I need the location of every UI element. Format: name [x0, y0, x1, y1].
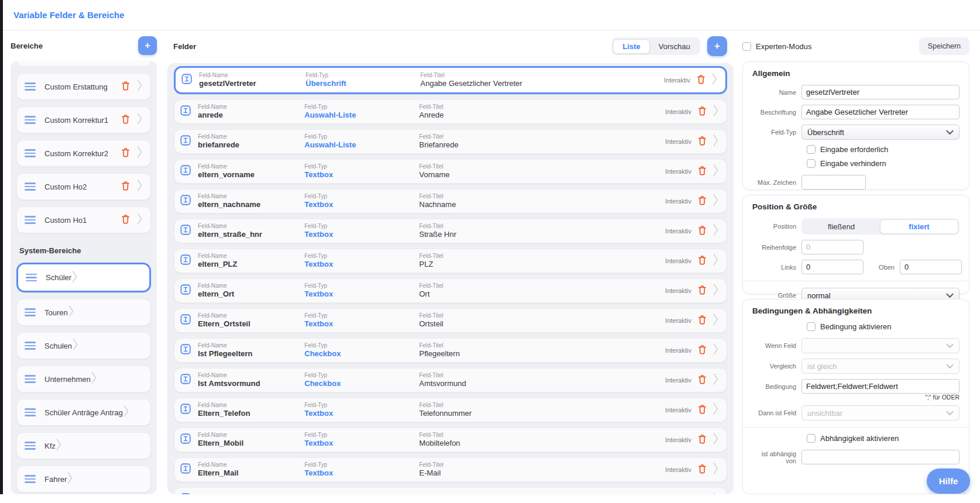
wenn-feld-select[interactable]	[801, 338, 960, 353]
oben-input[interactable]	[900, 260, 962, 274]
drag-handle-icon[interactable]	[25, 408, 36, 416]
max-zeichen-input[interactable]	[801, 175, 866, 190]
bereiche-system-items: Schüler Touren Schulen Unternehmen Schül…	[16, 263, 151, 492]
feld-titel-value: Amtsvormund	[419, 379, 649, 388]
delete-bereich-button[interactable]	[121, 114, 130, 126]
feld-row[interactable]: Feld-Name briefanrede Feld-Typ Auswahl-L…	[174, 129, 727, 154]
bereich-item[interactable]: Custom Korrektur1	[16, 106, 151, 133]
bereich-item[interactable]: Unternehmen	[16, 366, 151, 392]
bereich-item[interactable]: Custom Ho2	[16, 173, 151, 200]
bereich-label: Kfz	[44, 442, 56, 450]
delete-bereich-button[interactable]	[121, 147, 130, 160]
drag-handle-icon[interactable]	[26, 274, 37, 282]
add-bereich-button[interactable]: +	[138, 36, 157, 55]
drag-handle-icon[interactable]	[25, 216, 36, 224]
feld-row[interactable]: Feld-Name Eltern_Ortsteil Feld-Typ Textb…	[174, 308, 727, 333]
feld-titel-value: Straße Hnr	[419, 230, 649, 239]
delete-feld-button[interactable]	[698, 315, 707, 327]
drag-handle-icon[interactable]	[25, 375, 36, 383]
delete-feld-button[interactable]	[697, 74, 705, 87]
help-button[interactable]: Hilfe	[927, 468, 970, 494]
bereich-item[interactable]: Custom Korrektur2	[16, 140, 151, 167]
drag-handle-icon[interactable]	[25, 475, 36, 483]
vergleich-select[interactable]: ist gleich	[801, 359, 960, 374]
bereich-item[interactable]: Kfz	[16, 432, 151, 459]
feld-row[interactable]: Feld-Name eltern_straße_hnr Feld-Typ Tex…	[174, 219, 727, 243]
oben-label: Oben	[864, 264, 900, 271]
delete-feld-button[interactable]	[698, 285, 707, 297]
name-input[interactable]	[801, 85, 960, 99]
feld-row[interactable]: Feld-Name eltern_Ort Feld-Typ Textbox Fe…	[174, 278, 727, 303]
ist-abhaengig-von-input[interactable]	[801, 450, 960, 464]
experten-modus-checkbox[interactable]	[742, 42, 751, 51]
save-button[interactable]: Speichern	[919, 37, 969, 55]
delete-feld-button[interactable]	[698, 464, 707, 476]
beschriftung-input[interactable]	[801, 105, 960, 119]
bereich-item[interactable]: Custom Erstattung	[16, 73, 151, 100]
delete-bereich-button[interactable]	[121, 81, 130, 93]
bereiche-panel-header: Bereiche +	[11, 36, 157, 55]
feld-row[interactable]: Feld-Name Eltern_Telefon Feld-Typ Textbo…	[174, 398, 727, 422]
delete-feld-button[interactable]	[698, 136, 707, 148]
dann-ist-feld-select[interactable]: unsichtbar	[801, 405, 960, 421]
feld-row[interactable]: Feld-Name Eltern_Mobil Feld-Typ Textbox …	[174, 428, 727, 452]
interaktiv-badge: Interaktiv	[665, 287, 691, 294]
bereich-item[interactable]: Custom Ho1	[16, 206, 151, 233]
feld-typ-column-label: Feld-Typ	[304, 461, 419, 469]
position-fliessend[interactable]: fließend	[803, 220, 880, 233]
feld-row[interactable]: Feld-Name eltern_vorname Feld-Typ Textbo…	[174, 159, 727, 184]
feld-row[interactable]: Feld-Name Ist Amtsvormund Feld-Typ Check…	[174, 368, 727, 392]
bereich-item[interactable]: Schüler Anträge Antrag	[16, 399, 151, 426]
delete-feld-button[interactable]	[698, 255, 707, 267]
eingabe-erforderlich-checkbox[interactable]	[807, 145, 815, 154]
feld-row[interactable]: Feld-Name eltern_nachname Feld-Typ Textb…	[174, 189, 727, 213]
bedingung-aktivieren-checkbox[interactable]	[807, 322, 815, 331]
feld-row[interactable]: Feld-Name anrede Feld-Typ Auswahl-Liste …	[174, 99, 727, 124]
drag-handle-icon[interactable]	[25, 182, 36, 191]
system-bereiche-header: System-Bereiche	[19, 246, 148, 255]
drag-handle-icon[interactable]	[25, 82, 36, 91]
bereich-item[interactable]: Touren	[16, 299, 151, 326]
delete-bereich-button[interactable]	[121, 181, 130, 193]
view-toggle-vorschau[interactable]: Vorschau	[650, 40, 699, 53]
feld-row[interactable]: Feld-Name Feld-Typ Feld-Titel Interaktiv	[174, 487, 727, 494]
drag-handle-icon[interactable]	[25, 149, 36, 157]
bereich-item[interactable]: Schüler	[16, 263, 151, 292]
drag-handle-icon[interactable]	[25, 442, 36, 450]
bereich-item[interactable]: Fahrer	[16, 466, 151, 492]
feld-row[interactable]: Feld-Name Eltern_Mail Feld-Typ Textbox F…	[174, 457, 727, 482]
eingabe-verhindern-checkbox[interactable]	[807, 159, 815, 168]
drag-handle-icon[interactable]	[25, 308, 36, 316]
feld-row[interactable]: Feld-Name gesetzlVertreter Feld-Typ Über…	[174, 66, 727, 94]
abhaengigkeit-aktivieren-checkbox[interactable]	[807, 434, 815, 443]
felder-list[interactable]: Feld-Name gesetzlVertreter Feld-Typ Über…	[167, 63, 734, 494]
bereich-item-partial[interactable]	[16, 61, 151, 67]
drag-handle-icon[interactable]	[25, 116, 36, 124]
feld-typ-value: Auswahl-Liste	[304, 111, 419, 120]
feld-row[interactable]: Feld-Name Ist Pflegeeltern Feld-Typ Chec…	[174, 338, 727, 363]
delete-feld-button[interactable]	[698, 404, 707, 416]
delete-feld-button[interactable]	[698, 434, 707, 446]
view-toggle-liste[interactable]: Liste	[613, 39, 649, 54]
drag-handle-icon[interactable]	[25, 342, 36, 350]
delete-feld-button[interactable]	[698, 374, 707, 387]
position-fixiert[interactable]: fixiert	[880, 219, 958, 234]
bereiche-list[interactable]: Custom Erstattung Custom Korrektur1 Cust…	[11, 61, 157, 494]
bereich-item[interactable]: Schulen	[16, 332, 151, 359]
feldtyp-select[interactable]: Überschrift	[801, 125, 960, 140]
delete-bereich-button[interactable]	[121, 214, 130, 226]
add-feld-button[interactable]: +	[707, 36, 727, 56]
feld-titel-column-label: Feld-Titel	[419, 163, 649, 171]
bedingung-input[interactable]	[801, 379, 960, 394]
delete-feld-button[interactable]	[698, 225, 707, 237]
links-input[interactable]	[801, 260, 864, 274]
delete-feld-button[interactable]	[698, 494, 707, 495]
bereich-label: Custom Ho2	[44, 182, 87, 191]
text-cursor-icon	[180, 344, 198, 357]
delete-feld-button[interactable]	[698, 195, 707, 208]
delete-feld-button[interactable]	[698, 344, 707, 357]
delete-feld-button[interactable]	[698, 166, 707, 178]
delete-feld-button[interactable]	[698, 106, 707, 118]
reihenfolge-input[interactable]	[801, 240, 864, 254]
feld-row[interactable]: Feld-Name eltern_PLZ Feld-Typ Textbox Fe…	[174, 249, 727, 273]
